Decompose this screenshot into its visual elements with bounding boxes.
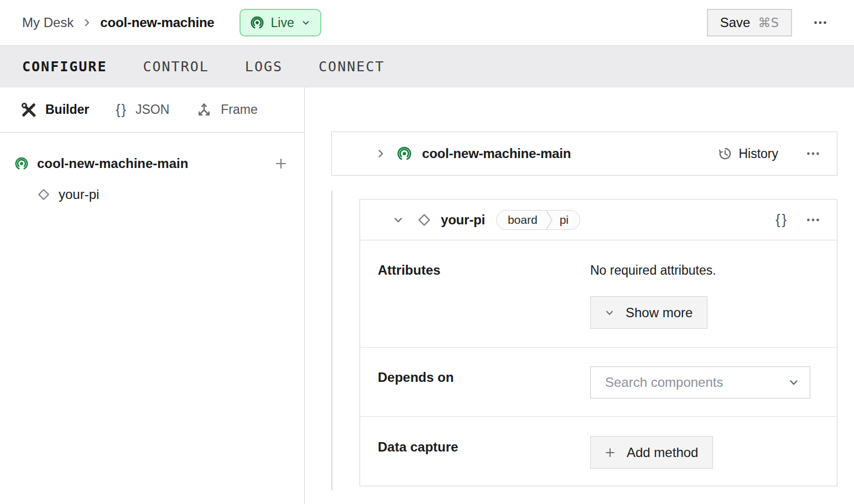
part-card-overflow-menu-button[interactable] — [804, 144, 822, 163]
frame-axes-icon — [196, 102, 212, 118]
add-method-label: Add method — [627, 445, 698, 460]
data-capture-label: Data capture — [378, 417, 590, 486]
data-capture-section: Data capture Add method — [360, 417, 837, 486]
history-clock-icon — [718, 146, 732, 161]
tab-configure[interactable]: CONFIGURE — [22, 59, 107, 75]
component-card-header: your-pi board pi {} — [360, 200, 837, 240]
page-body: Builder {} JSON Frame — [0, 87, 854, 504]
component-tree: cool-new-machine-main your-pi — [0, 133, 304, 210]
broadcast-icon — [397, 146, 412, 161]
attributes-label: Attributes — [378, 240, 590, 347]
mode-tab-frame[interactable]: Frame — [196, 102, 257, 118]
depends-on-label: Depends on — [378, 348, 590, 416]
machine-tab-bar: CONFIGURE CONTROL LOGS CONNECT — [0, 45, 854, 87]
configure-sidebar: Builder {} JSON Frame — [0, 87, 305, 504]
tree-item-your-pi[interactable]: your-pi — [0, 179, 304, 210]
component-title: your-pi — [441, 212, 485, 228]
history-button-label: History — [738, 146, 778, 161]
depends-on-section: Depends on Search components — [360, 348, 837, 417]
chevron-down-icon — [604, 307, 615, 318]
save-button-label: Save — [720, 15, 751, 30]
chevron-down-icon — [788, 376, 800, 389]
tree-item-your-pi-label: your-pi — [59, 187, 99, 202]
show-more-button[interactable]: Show more — [590, 296, 707, 329]
sidebar-mode-tabs: Builder {} JSON Frame — [0, 87, 304, 133]
save-button[interactable]: Save ⌘S — [707, 9, 792, 36]
part-card-collapse-toggle[interactable] — [375, 148, 386, 159]
tab-logs[interactable]: LOGS — [245, 59, 283, 75]
history-button[interactable]: History — [718, 146, 778, 161]
breadcrumb-current: cool-new-machine — [100, 15, 214, 30]
attributes-section: Attributes No required attributes. Show … — [360, 240, 837, 348]
show-more-label: Show more — [626, 305, 692, 321]
component-card-your-pi: your-pi board pi {} Attributes No r — [360, 199, 837, 486]
depends-on-select[interactable]: Search components — [590, 366, 810, 398]
tree-connector-line — [331, 191, 332, 490]
component-overflow-menu-button[interactable] — [804, 211, 822, 229]
diamond-icon — [37, 187, 51, 202]
depends-on-placeholder: Search components — [605, 375, 723, 390]
add-component-button[interactable] — [274, 157, 288, 170]
tab-control[interactable]: CONTROL — [143, 59, 209, 75]
machine-config-page: My Desk cool-new-machine Live Save ⌘S — [0, 0, 854, 504]
component-model: pi — [553, 213, 580, 227]
component-collapse-toggle[interactable] — [392, 214, 404, 226]
component-json-view-button[interactable]: {} — [775, 212, 788, 228]
crossed-tools-icon — [20, 102, 37, 118]
breadcrumb-parent-link[interactable]: My Desk — [22, 15, 74, 30]
add-method-button[interactable]: Add method — [590, 436, 713, 469]
broadcast-icon — [250, 15, 264, 30]
tab-connect[interactable]: CONNECT — [319, 59, 384, 75]
mode-tab-builder[interactable]: Builder — [20, 102, 89, 118]
live-status-dropdown[interactable]: Live — [239, 9, 321, 36]
broadcast-icon — [14, 156, 29, 171]
component-type: board — [497, 213, 545, 227]
mode-tab-json[interactable]: {} JSON — [116, 102, 169, 118]
mode-tab-builder-label: Builder — [45, 102, 89, 117]
tree-item-machine-part-label: cool-new-machine-main — [37, 156, 188, 171]
chevron-down-icon — [301, 18, 311, 28]
save-shortcut-hint: ⌘S — [758, 15, 779, 30]
top-bar: My Desk cool-new-machine Live Save ⌘S — [0, 0, 854, 45]
chip-divider-chevron — [545, 210, 553, 230]
mode-tab-json-label: JSON — [136, 102, 169, 117]
attributes-empty-text: No required attributes. — [590, 261, 837, 280]
machine-overflow-menu-button[interactable] — [811, 13, 830, 32]
tree-item-machine-part[interactable]: cool-new-machine-main — [0, 148, 304, 179]
chevron-right-icon — [82, 18, 92, 28]
mode-tab-frame-label: Frame — [221, 102, 257, 117]
configure-main-panel: cool-new-machine-main History — [305, 87, 854, 504]
braces-icon: {} — [116, 102, 127, 118]
live-status-label: Live — [271, 15, 294, 30]
machine-part-card: cool-new-machine-main History — [331, 132, 837, 176]
breadcrumb: My Desk cool-new-machine — [22, 15, 215, 30]
plus-icon — [604, 447, 616, 459]
part-card-title: cool-new-machine-main — [422, 146, 571, 161]
diamond-icon — [416, 212, 432, 228]
component-type-chip: board pi — [496, 210, 580, 230]
